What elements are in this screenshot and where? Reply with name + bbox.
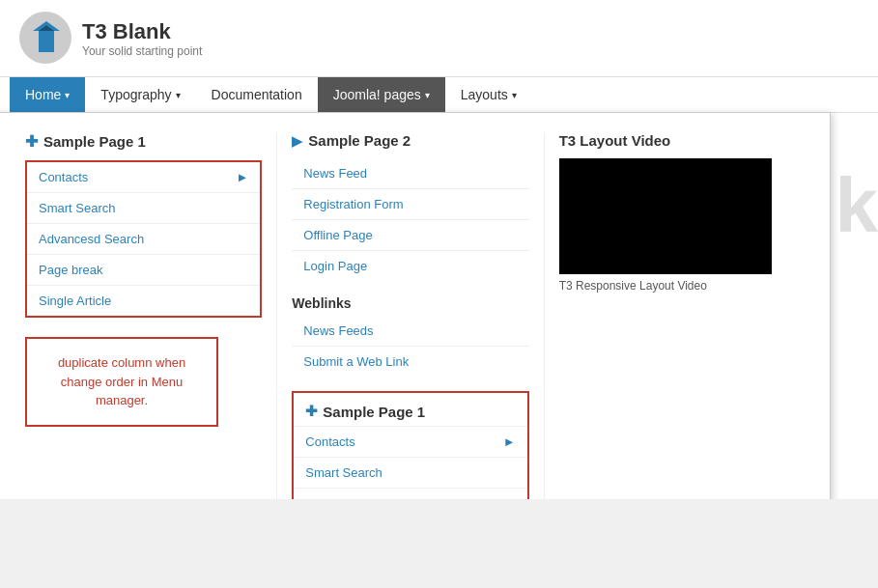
home-button[interactable]: Home ▾ (10, 77, 85, 112)
sample-page2-title: ▶ Sample Page 2 (292, 132, 528, 149)
sample-page1-duplicate: ✚ Sample Page 1 Contacts ► Smart Search (292, 391, 528, 499)
list-item[interactable]: Login Page (292, 251, 528, 281)
page-break-link[interactable]: Page break (27, 255, 260, 285)
contacts-dup-link[interactable]: Contacts ► (294, 427, 526, 457)
logo-title: T3 Blank (82, 19, 202, 44)
logo: T3 Blank Your solid starting point (19, 12, 202, 65)
sample-page1-list: Contacts ► Smart Search Advancesd Search (25, 160, 262, 318)
weblinks-title: Weblinks (292, 295, 528, 311)
list-item[interactable]: News Feed (292, 158, 528, 189)
submit-web-link[interactable]: Submit a Web Link (292, 347, 528, 377)
mega-dropdown: ✚ Sample Page 1 Contacts ► Smart Search (0, 112, 831, 499)
news-feeds-link[interactable]: News Feeds (292, 316, 528, 346)
list-item[interactable]: Registration Form (292, 189, 528, 220)
offline-page-link[interactable]: Offline Page (292, 220, 528, 250)
login-page-link[interactable]: Login Page (292, 251, 528, 281)
list-item[interactable]: Advancesd Search (294, 488, 526, 499)
sample-page1-title: ✚ Sample Page 1 (25, 132, 262, 151)
advanced-search-dup-link[interactable]: Advancesd Search (294, 489, 526, 499)
list-item[interactable]: Smart Search (27, 193, 260, 224)
chevron-down-icon: ▾ (176, 90, 181, 100)
chevron-right-icon: ► (503, 434, 516, 449)
news-feed-link[interactable]: News Feed (292, 158, 528, 188)
logo-text: T3 Blank Your solid starting point (82, 19, 202, 58)
single-article-link[interactable]: Single Article (27, 286, 260, 316)
registration-form-link[interactable]: Registration Form (292, 189, 528, 219)
smart-search-link[interactable]: Smart Search (27, 193, 260, 223)
contacts-link[interactable]: Contacts ► (27, 162, 260, 192)
list-item[interactable]: News Feeds (292, 316, 528, 347)
mega-col-sample-page-1: ✚ Sample Page 1 Contacts ► Smart Search (11, 132, 277, 499)
video-caption: T3 Responsive Layout Video (559, 279, 796, 293)
list-item[interactable]: Single Article (27, 286, 260, 316)
header: T3 Blank Your solid starting point (0, 0, 878, 77)
list-item[interactable]: Page break (27, 255, 260, 286)
joomla-pages-button[interactable]: Joomla! pages ▾ (318, 77, 445, 112)
video-placeholder[interactable] (559, 158, 772, 274)
plus-icon: ✚ (25, 132, 38, 151)
weblinks-list: News Feeds Submit a Web Link (292, 316, 528, 377)
nav-item-layouts[interactable]: Layouts ▾ (445, 77, 532, 112)
documentation-link[interactable]: Documentation (196, 77, 318, 112)
nav-item-joomla-pages[interactable]: Joomla! pages ▾ (318, 77, 445, 112)
play-icon: ▶ (292, 133, 302, 149)
list-item[interactable]: Contacts ► (27, 162, 260, 193)
smart-search-dup-link[interactable]: Smart Search (294, 458, 526, 488)
list-item[interactable]: Advancesd Search (27, 224, 260, 255)
chevron-right-icon: ► (236, 170, 248, 184)
mega-col-sample-page-2: ▶ Sample Page 2 News Feed Registration F… (277, 132, 544, 499)
list-item[interactable]: Offline Page (292, 220, 528, 251)
chevron-down-icon: ▾ (65, 90, 70, 100)
plus-icon: ✚ (305, 403, 318, 420)
typography-button[interactable]: Typography ▾ (85, 77, 195, 112)
sample-page2-list: News Feed Registration Form Offline Page… (292, 158, 528, 281)
nav-item-typography[interactable]: Typography ▾ (85, 77, 195, 112)
list-item[interactable]: Smart Search (294, 457, 526, 488)
duplicate-note: duplicate column when change order in Me… (25, 337, 218, 427)
logo-icon (19, 12, 72, 65)
sample-page1-duplicate-list: Contacts ► Smart Search Advancesd Search (294, 426, 526, 499)
mega-col-video: T3 Layout Video T3 Responsive Layout Vid… (545, 132, 810, 499)
logo-subtitle: Your solid starting point (82, 44, 202, 58)
decorative-letter: k (836, 161, 879, 250)
nav-item-home[interactable]: Home ▾ (10, 77, 85, 112)
advanced-search-link[interactable]: Advancesd Search (27, 224, 260, 254)
video-section-title: T3 Layout Video (559, 132, 796, 149)
chevron-down-icon: ▾ (512, 90, 517, 100)
list-item[interactable]: Contacts ► (294, 426, 526, 457)
navbar: Home ▾ Typography ▾ Documentation Joomla… (0, 77, 878, 113)
sample-page1-duplicate-title: ✚ Sample Page 1 (294, 393, 526, 426)
list-item[interactable]: Submit a Web Link (292, 347, 528, 377)
chevron-down-icon: ▾ (425, 90, 430, 100)
layouts-button[interactable]: Layouts ▾ (445, 77, 532, 112)
nav-item-documentation[interactable]: Documentation (196, 77, 318, 112)
